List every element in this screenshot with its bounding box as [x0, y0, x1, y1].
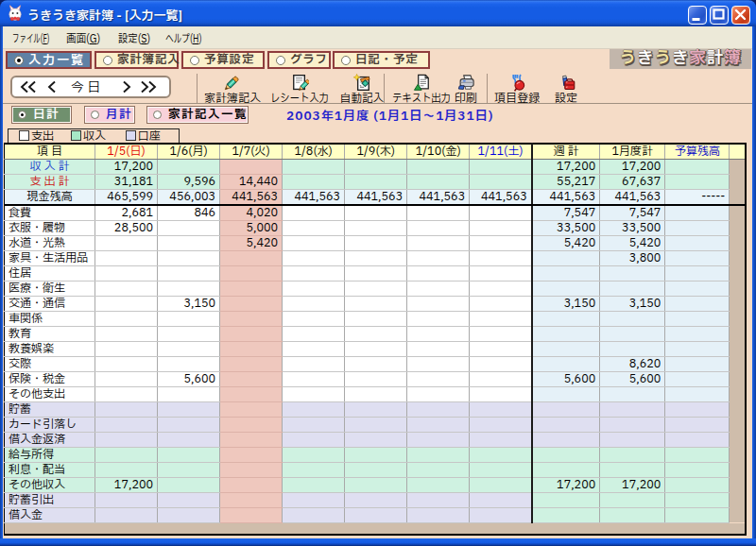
svg-text:今日: 今日 [71, 78, 104, 96]
